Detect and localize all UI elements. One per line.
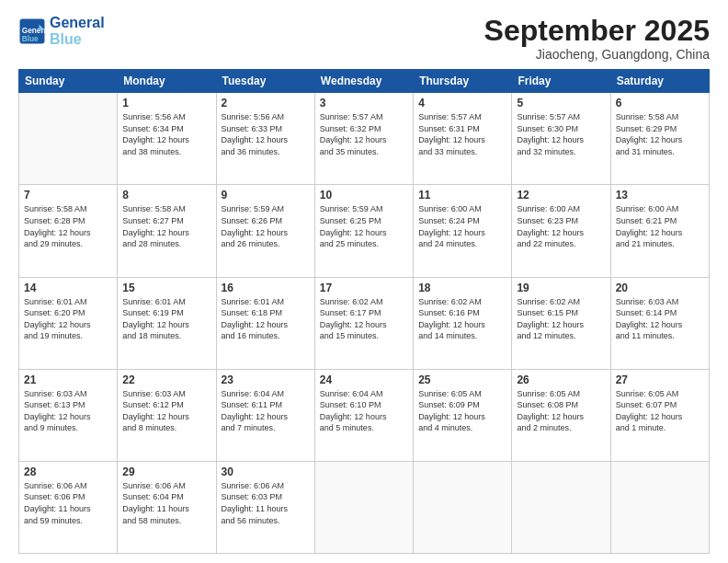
day-number: 14 (24, 282, 112, 294)
day-info: Sunrise: 6:05 AM Sunset: 6:07 PM Dayligh… (616, 388, 704, 434)
day-info: Sunrise: 6:02 AM Sunset: 6:15 PM Dayligh… (517, 296, 605, 342)
day-info: Sunrise: 5:58 AM Sunset: 6:28 PM Dayligh… (24, 203, 112, 249)
day-number: 17 (320, 282, 408, 294)
day-info: Sunrise: 6:03 AM Sunset: 6:13 PM Dayligh… (24, 388, 112, 434)
week-row-2: 14Sunrise: 6:01 AM Sunset: 6:20 PM Dayli… (19, 277, 710, 369)
calendar-cell: 9Sunrise: 5:59 AM Sunset: 6:26 PM Daylig… (216, 185, 314, 277)
day-info: Sunrise: 5:57 AM Sunset: 6:32 PM Dayligh… (320, 111, 408, 157)
day-number: 11 (418, 189, 506, 201)
calendar-cell: 21Sunrise: 6:03 AM Sunset: 6:13 PM Dayli… (19, 369, 118, 461)
calendar-cell: 30Sunrise: 6:06 AM Sunset: 6:03 PM Dayli… (216, 461, 314, 553)
day-info: Sunrise: 5:58 AM Sunset: 6:27 PM Dayligh… (122, 203, 210, 249)
day-info: Sunrise: 6:01 AM Sunset: 6:20 PM Dayligh… (24, 296, 112, 342)
day-number: 4 (418, 97, 506, 109)
weekday-header-thursday: Thursday (414, 70, 512, 93)
calendar-cell: 6Sunrise: 5:58 AM Sunset: 6:29 PM Daylig… (610, 93, 709, 185)
day-number: 15 (122, 282, 210, 294)
calendar-cell: 29Sunrise: 6:06 AM Sunset: 6:04 PM Dayli… (118, 461, 216, 553)
calendar-cell: 24Sunrise: 6:04 AM Sunset: 6:10 PM Dayli… (314, 369, 413, 461)
day-info: Sunrise: 6:02 AM Sunset: 6:17 PM Dayligh… (320, 296, 408, 342)
calendar-cell: 16Sunrise: 6:01 AM Sunset: 6:18 PM Dayli… (216, 277, 314, 369)
calendar-cell (314, 461, 413, 553)
day-number: 2 (222, 97, 310, 109)
day-number: 24 (320, 373, 408, 386)
calendar-cell: 12Sunrise: 6:00 AM Sunset: 6:23 PM Dayli… (512, 185, 610, 277)
calendar-cell: 13Sunrise: 6:00 AM Sunset: 6:21 PM Dayli… (610, 185, 709, 277)
weekday-header-monday: Monday (118, 70, 216, 93)
calendar-cell (512, 461, 610, 553)
calendar-cell: 27Sunrise: 6:05 AM Sunset: 6:07 PM Dayli… (610, 369, 709, 461)
week-row-4: 28Sunrise: 6:06 AM Sunset: 6:06 PM Dayli… (19, 461, 710, 553)
svg-text:General: General (22, 26, 46, 34)
week-row-3: 21Sunrise: 6:03 AM Sunset: 6:13 PM Dayli… (19, 369, 710, 461)
day-number: 8 (122, 189, 210, 201)
weekday-header-saturday: Saturday (610, 70, 709, 93)
weekday-header-wednesday: Wednesday (314, 70, 413, 93)
day-number: 25 (418, 373, 506, 386)
day-number: 12 (517, 189, 605, 201)
location: Jiaocheng, Guangdong, China (484, 47, 710, 62)
day-info: Sunrise: 6:06 AM Sunset: 6:03 PM Dayligh… (222, 480, 310, 526)
svg-text:Blue: Blue (22, 34, 39, 42)
day-info: Sunrise: 5:57 AM Sunset: 6:31 PM Dayligh… (418, 111, 506, 157)
day-number: 10 (320, 189, 408, 201)
calendar-cell (610, 461, 709, 553)
day-number: 16 (222, 282, 310, 294)
day-info: Sunrise: 6:06 AM Sunset: 6:04 PM Dayligh… (122, 480, 210, 526)
day-number: 7 (24, 189, 112, 201)
day-info: Sunrise: 6:00 AM Sunset: 6:23 PM Dayligh… (517, 203, 605, 249)
day-info: Sunrise: 5:58 AM Sunset: 6:29 PM Dayligh… (616, 111, 704, 157)
weekday-header-sunday: Sunday (19, 70, 118, 93)
day-info: Sunrise: 5:56 AM Sunset: 6:34 PM Dayligh… (122, 111, 210, 157)
day-number: 3 (320, 97, 408, 109)
day-info: Sunrise: 6:00 AM Sunset: 6:24 PM Dayligh… (418, 203, 506, 249)
day-info: Sunrise: 6:03 AM Sunset: 6:12 PM Dayligh… (122, 388, 210, 434)
calendar-cell: 5Sunrise: 5:57 AM Sunset: 6:30 PM Daylig… (512, 93, 610, 185)
day-info: Sunrise: 6:05 AM Sunset: 6:09 PM Dayligh… (418, 388, 506, 434)
calendar-cell: 7Sunrise: 5:58 AM Sunset: 6:28 PM Daylig… (19, 185, 118, 277)
day-number: 26 (517, 373, 605, 386)
day-info: Sunrise: 5:59 AM Sunset: 6:25 PM Dayligh… (320, 203, 408, 249)
calendar-cell: 20Sunrise: 6:03 AM Sunset: 6:14 PM Dayli… (610, 277, 709, 369)
day-number: 20 (616, 282, 704, 294)
day-number: 23 (222, 373, 310, 386)
calendar-cell: 3Sunrise: 5:57 AM Sunset: 6:32 PM Daylig… (314, 93, 413, 185)
day-number: 13 (616, 189, 704, 201)
day-number: 6 (616, 97, 704, 109)
day-number: 19 (517, 282, 605, 294)
title-block: September 2025 Jiaocheng, Guangdong, Chi… (484, 15, 710, 62)
day-number: 9 (222, 189, 310, 201)
calendar-cell: 10Sunrise: 5:59 AM Sunset: 6:25 PM Dayli… (314, 185, 413, 277)
day-number: 5 (517, 97, 605, 109)
calendar-cell: 8Sunrise: 5:58 AM Sunset: 6:27 PM Daylig… (118, 185, 216, 277)
calendar-cell (414, 461, 512, 553)
day-info: Sunrise: 5:57 AM Sunset: 6:30 PM Dayligh… (517, 111, 605, 157)
calendar-cell: 25Sunrise: 6:05 AM Sunset: 6:09 PM Dayli… (414, 369, 512, 461)
calendar-cell: 26Sunrise: 6:05 AM Sunset: 6:08 PM Dayli… (512, 369, 610, 461)
calendar-cell: 28Sunrise: 6:06 AM Sunset: 6:06 PM Dayli… (19, 461, 118, 553)
day-number: 28 (24, 465, 112, 478)
calendar-cell: 22Sunrise: 6:03 AM Sunset: 6:12 PM Dayli… (118, 369, 216, 461)
calendar-cell: 11Sunrise: 6:00 AM Sunset: 6:24 PM Dayli… (414, 185, 512, 277)
day-info: Sunrise: 6:06 AM Sunset: 6:06 PM Dayligh… (24, 480, 112, 526)
header: General Blue GeneralBlue September 2025 … (18, 15, 710, 62)
calendar-cell: 17Sunrise: 6:02 AM Sunset: 6:17 PM Dayli… (314, 277, 413, 369)
calendar-cell: 18Sunrise: 6:02 AM Sunset: 6:16 PM Dayli… (414, 277, 512, 369)
day-number: 1 (122, 97, 210, 109)
day-info: Sunrise: 5:56 AM Sunset: 6:33 PM Dayligh… (222, 111, 310, 157)
logo: General Blue GeneralBlue (18, 15, 105, 47)
day-info: Sunrise: 5:59 AM Sunset: 6:26 PM Dayligh… (222, 203, 310, 249)
calendar-cell: 1Sunrise: 5:56 AM Sunset: 6:34 PM Daylig… (118, 93, 216, 185)
day-number: 29 (122, 465, 210, 478)
calendar-cell: 2Sunrise: 5:56 AM Sunset: 6:33 PM Daylig… (216, 93, 314, 185)
day-number: 22 (122, 373, 210, 386)
day-info: Sunrise: 6:01 AM Sunset: 6:19 PM Dayligh… (122, 296, 210, 342)
weekday-header-tuesday: Tuesday (216, 70, 314, 93)
weekday-header-row: SundayMondayTuesdayWednesdayThursdayFrid… (19, 70, 710, 93)
page: General Blue GeneralBlue September 2025 … (0, 0, 728, 563)
day-number: 27 (616, 373, 704, 386)
calendar-cell (19, 93, 118, 185)
day-info: Sunrise: 6:04 AM Sunset: 6:10 PM Dayligh… (320, 388, 408, 434)
calendar-cell: 4Sunrise: 5:57 AM Sunset: 6:31 PM Daylig… (414, 93, 512, 185)
calendar-cell: 23Sunrise: 6:04 AM Sunset: 6:11 PM Dayli… (216, 369, 314, 461)
